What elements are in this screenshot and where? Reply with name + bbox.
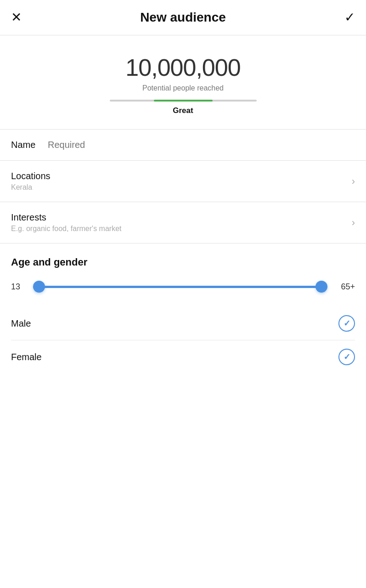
age-min-label: 13 bbox=[11, 282, 26, 292]
male-checkbox[interactable]: ✓ bbox=[338, 315, 355, 332]
reach-bar-fill bbox=[154, 100, 213, 102]
confirm-icon[interactable]: ✓ bbox=[344, 11, 355, 24]
slider-thumb-min[interactable] bbox=[33, 281, 45, 293]
interests-row[interactable]: Interests E.g. organic food, farmer's ma… bbox=[0, 202, 366, 243]
locations-label: Locations bbox=[11, 171, 348, 181]
female-check-icon: ✓ bbox=[343, 353, 350, 361]
reach-section: 10,000,000 Potential people reached Grea… bbox=[0, 35, 366, 130]
reach-quality-label: Great bbox=[11, 106, 355, 115]
reach-number: 10,000,000 bbox=[11, 54, 355, 81]
age-gender-title: Age and gender bbox=[11, 256, 355, 268]
close-icon[interactable]: ✕ bbox=[11, 11, 22, 24]
locations-row[interactable]: Locations Kerala › bbox=[0, 161, 366, 202]
slider-track bbox=[33, 286, 327, 288]
locations-content: Locations Kerala bbox=[11, 171, 348, 192]
name-row[interactable]: Name bbox=[0, 130, 366, 161]
name-input[interactable] bbox=[48, 140, 355, 150]
interests-label: Interests bbox=[11, 212, 348, 223]
form-section: Name Locations Kerala › Interests E.g. o… bbox=[0, 130, 366, 243]
reach-bar bbox=[110, 100, 257, 102]
female-checkbox[interactable]: ✓ bbox=[338, 349, 355, 365]
female-row[interactable]: Female ✓ bbox=[11, 340, 355, 373]
female-label: Female bbox=[11, 352, 42, 362]
locations-chevron-icon: › bbox=[352, 175, 355, 187]
age-slider[interactable] bbox=[33, 281, 327, 292]
male-label: Male bbox=[11, 318, 31, 329]
locations-value: Kerala bbox=[11, 183, 348, 192]
age-max-label: 65+ bbox=[335, 282, 355, 292]
male-check-icon: ✓ bbox=[343, 319, 350, 328]
interests-placeholder: E.g. organic food, farmer's market bbox=[11, 225, 348, 233]
age-gender-section: Age and gender 13 65+ Male ✓ Female ✓ bbox=[0, 243, 366, 386]
header: ✕ New audience ✓ bbox=[0, 0, 366, 35]
reach-label: Potential people reached bbox=[11, 84, 355, 92]
name-label: Name bbox=[11, 140, 48, 150]
age-slider-row: 13 65+ bbox=[11, 281, 355, 292]
slider-thumb-max[interactable] bbox=[315, 281, 327, 293]
interests-chevron-icon: › bbox=[352, 217, 355, 229]
page-title: New audience bbox=[140, 10, 226, 25]
male-row[interactable]: Male ✓ bbox=[11, 307, 355, 340]
interests-content: Interests E.g. organic food, farmer's ma… bbox=[11, 212, 348, 233]
